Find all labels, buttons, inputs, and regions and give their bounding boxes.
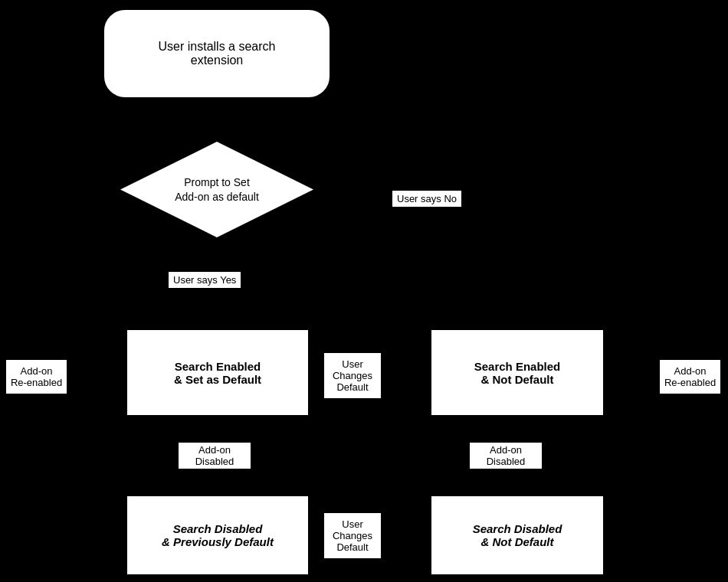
search-enabled-default-node: Search Enabled& Set as Default: [125, 328, 310, 417]
prompt-diamond-wrapper: Prompt to SetAdd-on as default: [102, 142, 332, 237]
user-yes-label: User says Yes: [167, 270, 242, 289]
user-changes-default-1: UserChangesDefault: [322, 351, 383, 401]
search-enabled-not-default-node: Search Enabled& Not Default: [429, 328, 605, 417]
prompt-diamond-text: Prompt to SetAdd-on as default: [175, 175, 259, 203]
addon-disabled-2: Add-onDisabled: [467, 440, 544, 471]
svg-marker-25: [604, 531, 615, 541]
addon-reenabled-right: Add-onRe-enabled: [657, 358, 723, 396]
search-disabled-prev-default-node: Search Disabled& Previously Default: [125, 494, 310, 577]
addon-disabled-1: Add-onDisabled: [176, 440, 253, 471]
user-changes-default-2: UserChangesDefault: [322, 511, 383, 561]
install-node: User installs a searchextension: [102, 8, 332, 100]
search-disabled-not-default-node: Search Disabled& Not Default: [429, 494, 605, 577]
addon-reenabled-left: Add-onRe-enabled: [4, 358, 69, 396]
flowchart-diagram: User installs a searchextension Prompt t…: [0, 0, 728, 582]
user-no-label: User says No: [391, 189, 463, 208]
